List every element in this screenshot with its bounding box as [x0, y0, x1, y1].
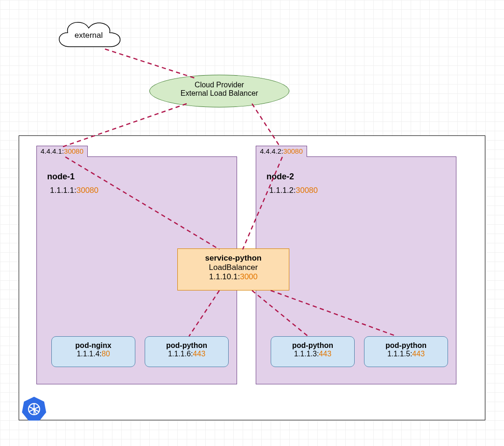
external-label: external: [51, 31, 126, 40]
pod-2-name: pod-python: [145, 341, 228, 350]
pod-1-ip: 1.1.1.4:: [77, 350, 101, 358]
node-2-title: node-2: [266, 172, 294, 182]
node-2-public-endpoint: 4.4.4.2:30080: [256, 146, 307, 157]
pod-4-name: pod-python: [364, 341, 448, 350]
pod-1-name: pod-nginx: [52, 341, 135, 350]
node-2-internal-port: 30080: [296, 186, 318, 195]
node-1-public-port: 30080: [64, 147, 84, 155]
pod-1-port: 80: [102, 350, 110, 358]
service-port: 3000: [240, 272, 258, 281]
pod-2-ip: 1.1.1.6:: [168, 350, 193, 358]
node-2-public-ip: 4.4.4.2:: [260, 147, 283, 155]
node-1-title: node-1: [47, 172, 75, 182]
service-name: service-python: [178, 254, 289, 263]
pod-4-endpoint: 1.1.1.5:443: [364, 350, 448, 358]
pod-3-port: 443: [319, 350, 331, 358]
pod-3-name: pod-python: [271, 341, 354, 350]
node-1-public-endpoint: 4.4.4.1:30080: [36, 146, 88, 157]
node-1-public-ip: 4.4.4.1:: [41, 147, 64, 155]
pod-2-port: 443: [193, 350, 205, 358]
pod-nginx: pod-nginx 1.1.1.4:80: [51, 336, 135, 367]
pod-4-ip: 1.1.1.5:: [387, 350, 412, 358]
service-box: service-python LoadBalancer 1.1.10.1:300…: [177, 248, 289, 290]
diagram-canvas: external Cloud Provider External Load Ba…: [0, 0, 504, 446]
service-type: LoadBalancer: [178, 263, 289, 272]
external-cloud: external: [51, 14, 126, 56]
node-2-public-port: 30080: [283, 147, 303, 155]
pod-1-endpoint: 1.1.1.4:80: [52, 350, 135, 358]
lb-line1: Cloud Provider: [150, 81, 289, 89]
pod-4-port: 443: [412, 350, 425, 358]
pod-python-2: pod-python 1.1.1.3:443: [271, 336, 355, 367]
pod-python-1: pod-python 1.1.1.6:443: [145, 336, 229, 367]
node-2-internal-ip: 1.1.1.2:: [269, 186, 296, 195]
service-endpoint: 1.1.10.1:3000: [178, 272, 289, 282]
node-2-internal-endpoint: 1.1.1.2:30080: [269, 186, 318, 195]
pod-3-ip: 1.1.1.3:: [294, 350, 319, 358]
service-ip: 1.1.10.1:: [209, 272, 240, 281]
pod-3-endpoint: 1.1.1.3:443: [271, 350, 354, 358]
pod-2-endpoint: 1.1.1.6:443: [145, 350, 228, 358]
node-1-internal-endpoint: 1.1.1.1:30080: [50, 186, 98, 195]
node-1-internal-port: 30080: [77, 186, 98, 195]
pod-python-3: pod-python 1.1.1.5:443: [364, 336, 448, 367]
kubernetes-logo-icon: [21, 396, 47, 421]
lb-line2: External Load Balancer: [150, 89, 289, 98]
node-1-internal-ip: 1.1.1.1:: [50, 186, 77, 195]
cloud-provider-lb: Cloud Provider External Load Balancer: [149, 75, 289, 107]
